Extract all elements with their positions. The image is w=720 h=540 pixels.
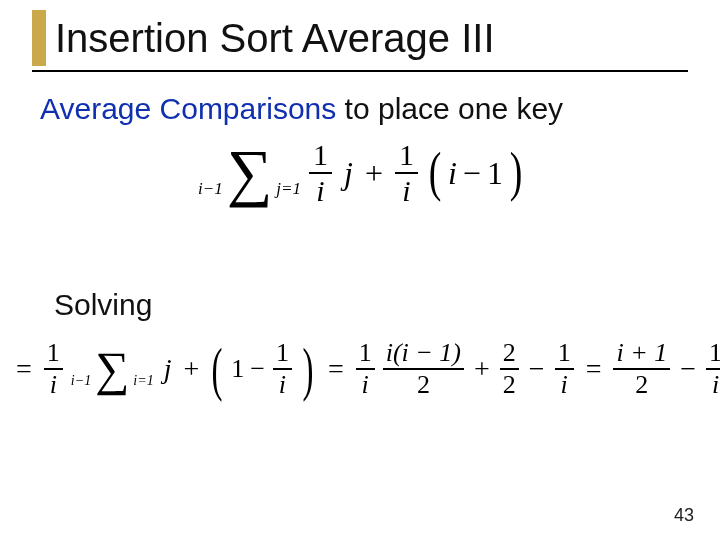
accent-bar	[32, 10, 46, 66]
frac-den: i	[356, 372, 375, 398]
plus: +	[474, 353, 490, 385]
sigma-block: i−1 ∑ j=1	[198, 147, 301, 198]
frac-num: 1	[555, 340, 574, 366]
frac-den: i	[706, 372, 720, 398]
plus: +	[183, 353, 199, 385]
page-number: 43	[674, 505, 694, 526]
eq: =	[328, 353, 344, 385]
const-1: 1	[231, 354, 244, 384]
frac-1-over-i-inner: 1 i	[273, 340, 292, 398]
eq: =	[586, 353, 602, 385]
frac-num: 1	[356, 340, 375, 366]
minus: −	[250, 354, 265, 384]
lparen: (	[429, 151, 442, 194]
sum-upper: i−1	[198, 179, 223, 198]
frac-den: 2	[613, 372, 670, 398]
frac-den: 2	[383, 372, 464, 398]
eq: =	[16, 353, 32, 385]
subtitle-line: Average Comparisons to place one key	[40, 92, 563, 126]
frac-num: i + 1	[613, 340, 670, 366]
formula-2: = 1 i i−1 ∑ i=1 j + ( 1 − 1 i ) = 1 i i	[10, 340, 720, 398]
frac-1-over-i: 1 i	[44, 340, 63, 398]
sigma-symbol: ∑	[227, 137, 273, 208]
sigma-symbol: ∑	[95, 342, 129, 395]
title-rule	[32, 70, 688, 72]
slide-title: Insertion Sort Average III	[55, 16, 495, 61]
frac-1-over-i-a: 1 i	[309, 140, 332, 206]
frac-iplus1-over-2: i + 1 2	[613, 340, 670, 398]
frac-2-over-2: 2 2	[500, 340, 519, 398]
frac-den: i	[309, 176, 332, 206]
frac-den: i	[555, 372, 574, 398]
avg-comparisons-label: Average Comparisons	[40, 92, 336, 125]
plus: +	[365, 155, 383, 192]
frac-num: 2	[500, 340, 519, 366]
var-j: j	[344, 155, 353, 192]
sum-upper: i−1	[71, 373, 91, 388]
minus: −	[529, 353, 545, 385]
minus: −	[463, 155, 481, 192]
frac-den: 2	[500, 372, 519, 398]
frac-den: i	[395, 176, 418, 206]
slide: Insertion Sort Average III Average Compa…	[0, 0, 720, 540]
frac-1-over-i-d: 1 i	[555, 340, 574, 398]
frac-1-over-i-c: 1 i	[356, 340, 375, 398]
sum-lower: i=1	[133, 373, 153, 388]
frac-den: i	[273, 372, 292, 398]
sum-lower: j=1	[276, 179, 301, 198]
lparen: (	[212, 348, 223, 390]
formula-1: i−1 ∑ j=1 1 i j + 1 i ( i − 1 )	[198, 140, 525, 260]
const-1: 1	[487, 155, 503, 192]
solving-label: Solving	[54, 288, 152, 322]
frac-num: 1	[44, 340, 63, 366]
var-i: i	[448, 155, 457, 192]
minus: −	[680, 353, 696, 385]
rparen: )	[510, 151, 523, 194]
rparen: )	[302, 348, 313, 390]
var-j: j	[164, 353, 172, 385]
avg-comparisons-rest: to place one key	[336, 92, 563, 125]
frac-num: 1	[309, 140, 332, 170]
frac-i-iminus1-over-2: i(i − 1) 2	[383, 340, 464, 398]
frac-num: 1	[395, 140, 418, 170]
frac-num: 1	[273, 340, 292, 366]
frac-1-over-i-e: 1 i	[706, 340, 720, 398]
frac-num: i(i − 1)	[383, 340, 464, 366]
frac-den: i	[44, 372, 63, 398]
sigma-block: i−1 ∑ i=1	[71, 350, 154, 388]
frac-1-over-i-b: 1 i	[395, 140, 418, 206]
frac-num: 1	[706, 340, 720, 366]
